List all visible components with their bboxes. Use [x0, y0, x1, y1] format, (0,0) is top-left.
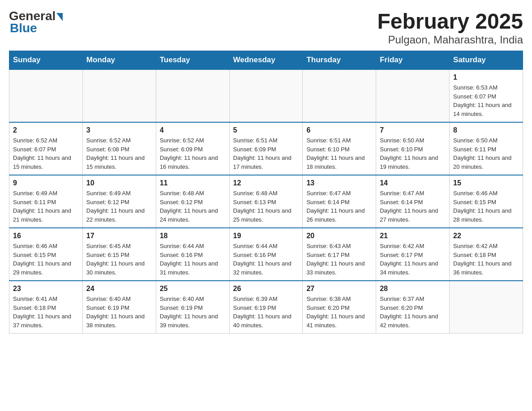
- day-number: 21: [380, 232, 446, 240]
- day-cell: 20Sunrise: 6:43 AMSunset: 6:17 PMDayligh…: [303, 228, 376, 281]
- day-number: 22: [453, 232, 519, 240]
- page-header: General Blue February 2025 Pulgaon, Maha…: [9, 9, 523, 46]
- day-info: Sunrise: 6:42 AMSunset: 6:17 PMDaylight:…: [380, 242, 446, 277]
- day-info: Sunrise: 6:49 AMSunset: 6:11 PMDaylight:…: [13, 189, 79, 224]
- day-number: 10: [86, 179, 152, 187]
- header-cell-friday: Friday: [376, 51, 450, 70]
- day-number: 5: [233, 126, 299, 134]
- day-number: 8: [453, 126, 519, 134]
- week-row-3: 16Sunrise: 6:46 AMSunset: 6:15 PMDayligh…: [9, 228, 523, 281]
- day-info: Sunrise: 6:46 AMSunset: 6:15 PMDaylight:…: [453, 189, 519, 224]
- header-cell-monday: Monday: [82, 51, 156, 70]
- day-info: Sunrise: 6:47 AMSunset: 6:14 PMDaylight:…: [306, 189, 372, 224]
- day-cell: 15Sunrise: 6:46 AMSunset: 6:15 PMDayligh…: [450, 175, 523, 228]
- day-number: 9: [13, 179, 79, 187]
- calendar-body: 1Sunrise: 6:53 AMSunset: 6:07 PMDaylight…: [9, 69, 523, 334]
- day-number: 13: [306, 179, 372, 187]
- day-info: Sunrise: 6:44 AMSunset: 6:16 PMDaylight:…: [233, 242, 299, 277]
- day-info: Sunrise: 6:47 AMSunset: 6:14 PMDaylight:…: [380, 189, 446, 224]
- day-cell: [229, 69, 303, 122]
- title-block: February 2025 Pulgaon, Maharashtra, Indi…: [377, 9, 523, 46]
- day-info: Sunrise: 6:40 AMSunset: 6:19 PMDaylight:…: [86, 295, 152, 330]
- day-cell: 12Sunrise: 6:48 AMSunset: 6:13 PMDayligh…: [229, 175, 303, 228]
- header-cell-sunday: Sunday: [9, 51, 83, 70]
- week-row-2: 9Sunrise: 6:49 AMSunset: 6:11 PMDaylight…: [9, 175, 523, 228]
- day-cell: 11Sunrise: 6:48 AMSunset: 6:12 PMDayligh…: [156, 175, 229, 228]
- day-number: 17: [86, 232, 152, 240]
- week-row-4: 23Sunrise: 6:41 AMSunset: 6:18 PMDayligh…: [9, 281, 523, 334]
- day-cell: 14Sunrise: 6:47 AMSunset: 6:14 PMDayligh…: [376, 175, 450, 228]
- day-cell: [450, 281, 523, 334]
- day-number: 3: [86, 126, 152, 134]
- day-cell: 3Sunrise: 6:52 AMSunset: 6:08 PMDaylight…: [82, 122, 156, 175]
- day-info: Sunrise: 6:48 AMSunset: 6:12 PMDaylight:…: [160, 189, 226, 224]
- day-cell: 16Sunrise: 6:46 AMSunset: 6:15 PMDayligh…: [9, 228, 83, 281]
- calendar-table: SundayMondayTuesdayWednesdayThursdayFrid…: [9, 51, 523, 334]
- day-info: Sunrise: 6:50 AMSunset: 6:10 PMDaylight:…: [380, 136, 446, 171]
- header-cell-thursday: Thursday: [303, 51, 376, 70]
- day-info: Sunrise: 6:52 AMSunset: 6:09 PMDaylight:…: [160, 136, 226, 171]
- week-row-0: 1Sunrise: 6:53 AMSunset: 6:07 PMDaylight…: [9, 69, 523, 122]
- day-number: 14: [380, 179, 446, 187]
- day-cell: 1Sunrise: 6:53 AMSunset: 6:07 PMDaylight…: [450, 69, 523, 122]
- logo: General Blue: [9, 9, 63, 35]
- day-cell: 8Sunrise: 6:50 AMSunset: 6:11 PMDaylight…: [450, 122, 523, 175]
- day-info: Sunrise: 6:49 AMSunset: 6:12 PMDaylight:…: [86, 189, 152, 224]
- day-cell: 10Sunrise: 6:49 AMSunset: 6:12 PMDayligh…: [82, 175, 156, 228]
- day-number: 6: [306, 126, 372, 134]
- header-row: SundayMondayTuesdayWednesdayThursdayFrid…: [9, 51, 523, 70]
- day-number: 24: [86, 285, 152, 293]
- day-number: 18: [160, 232, 226, 240]
- day-cell: [303, 69, 376, 122]
- day-cell: [156, 69, 229, 122]
- day-cell: 21Sunrise: 6:42 AMSunset: 6:17 PMDayligh…: [376, 228, 450, 281]
- day-cell: 7Sunrise: 6:50 AMSunset: 6:10 PMDaylight…: [376, 122, 450, 175]
- day-cell: 22Sunrise: 6:42 AMSunset: 6:18 PMDayligh…: [450, 228, 523, 281]
- week-row-1: 2Sunrise: 6:52 AMSunset: 6:07 PMDaylight…: [9, 122, 523, 175]
- day-info: Sunrise: 6:40 AMSunset: 6:19 PMDaylight:…: [160, 295, 226, 330]
- day-number: 20: [306, 232, 372, 240]
- logo-arrow-icon: [56, 13, 63, 21]
- day-number: 11: [160, 179, 226, 187]
- day-cell: [376, 69, 450, 122]
- day-info: Sunrise: 6:43 AMSunset: 6:17 PMDaylight:…: [306, 242, 372, 277]
- header-cell-wednesday: Wednesday: [229, 51, 303, 70]
- day-info: Sunrise: 6:41 AMSunset: 6:18 PMDaylight:…: [13, 295, 79, 330]
- day-cell: 19Sunrise: 6:44 AMSunset: 6:16 PMDayligh…: [229, 228, 303, 281]
- day-info: Sunrise: 6:50 AMSunset: 6:11 PMDaylight:…: [453, 136, 519, 171]
- day-number: 4: [160, 126, 226, 134]
- day-cell: 6Sunrise: 6:51 AMSunset: 6:10 PMDaylight…: [303, 122, 376, 175]
- day-info: Sunrise: 6:51 AMSunset: 6:09 PMDaylight:…: [233, 136, 299, 171]
- day-info: Sunrise: 6:52 AMSunset: 6:08 PMDaylight:…: [86, 136, 152, 171]
- day-info: Sunrise: 6:53 AMSunset: 6:07 PMDaylight:…: [453, 83, 519, 118]
- day-info: Sunrise: 6:42 AMSunset: 6:18 PMDaylight:…: [453, 242, 519, 277]
- day-cell: [82, 69, 156, 122]
- day-number: 15: [453, 179, 519, 187]
- day-number: 16: [13, 232, 79, 240]
- day-number: 26: [233, 285, 299, 293]
- day-cell: 28Sunrise: 6:37 AMSunset: 6:20 PMDayligh…: [376, 281, 450, 334]
- header-cell-tuesday: Tuesday: [156, 51, 229, 70]
- header-cell-saturday: Saturday: [450, 51, 523, 70]
- day-info: Sunrise: 6:52 AMSunset: 6:07 PMDaylight:…: [13, 136, 79, 171]
- day-number: 2: [13, 126, 79, 134]
- day-cell: 2Sunrise: 6:52 AMSunset: 6:07 PMDaylight…: [9, 122, 83, 175]
- day-cell: 26Sunrise: 6:39 AMSunset: 6:19 PMDayligh…: [229, 281, 303, 334]
- day-info: Sunrise: 6:51 AMSunset: 6:10 PMDaylight:…: [306, 136, 372, 171]
- day-cell: 18Sunrise: 6:44 AMSunset: 6:16 PMDayligh…: [156, 228, 229, 281]
- logo-blue-text: Blue: [10, 21, 37, 35]
- day-cell: 25Sunrise: 6:40 AMSunset: 6:19 PMDayligh…: [156, 281, 229, 334]
- day-info: Sunrise: 6:46 AMSunset: 6:15 PMDaylight:…: [13, 242, 79, 277]
- day-number: 28: [380, 285, 446, 293]
- day-cell: 24Sunrise: 6:40 AMSunset: 6:19 PMDayligh…: [82, 281, 156, 334]
- day-number: 1: [453, 73, 519, 81]
- calendar-header: SundayMondayTuesdayWednesdayThursdayFrid…: [9, 51, 523, 70]
- day-cell: 5Sunrise: 6:51 AMSunset: 6:09 PMDaylight…: [229, 122, 303, 175]
- calendar-title: February 2025: [377, 9, 523, 34]
- day-number: 19: [233, 232, 299, 240]
- day-info: Sunrise: 6:45 AMSunset: 6:15 PMDaylight:…: [86, 242, 152, 277]
- day-info: Sunrise: 6:48 AMSunset: 6:13 PMDaylight:…: [233, 189, 299, 224]
- day-cell: 17Sunrise: 6:45 AMSunset: 6:15 PMDayligh…: [82, 228, 156, 281]
- day-cell: 27Sunrise: 6:38 AMSunset: 6:20 PMDayligh…: [303, 281, 376, 334]
- day-cell: 4Sunrise: 6:52 AMSunset: 6:09 PMDaylight…: [156, 122, 229, 175]
